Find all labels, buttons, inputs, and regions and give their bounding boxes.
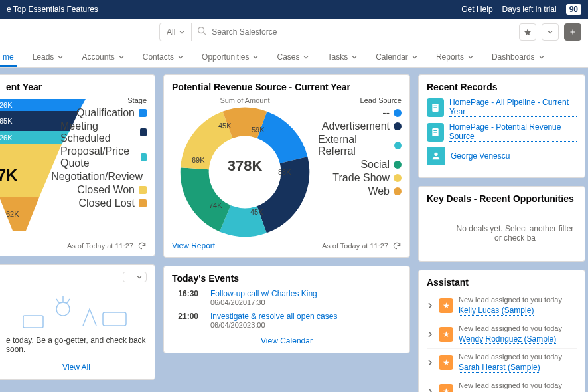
legend-item: Qualification xyxy=(60,107,147,119)
event-subject[interactable]: Investigate & resolve all open cases xyxy=(210,312,337,321)
chevron-down-icon xyxy=(412,54,417,60)
search-input[interactable] xyxy=(212,23,411,41)
assistant-item[interactable]: ★New lead assigned to you todaySarah Hea… xyxy=(427,348,577,377)
recent-records-card: Recent Records HomePage - All Pipeline -… xyxy=(418,74,585,178)
assistant-title: Assistant xyxy=(427,277,577,288)
svg-rect-15 xyxy=(433,105,437,106)
pipeline-title: ent Year xyxy=(6,82,147,92)
header-left-text: e Top Essentials Features xyxy=(7,5,98,14)
assistant-lead-link[interactable]: Wendy Rodriguez (Sample) xyxy=(459,334,556,344)
event-subject[interactable]: Follow-up call w/ Charles King xyxy=(210,289,317,298)
slice-label: 59K xyxy=(252,126,265,134)
slice-label: 45K xyxy=(250,208,263,216)
lead-icon: ★ xyxy=(439,384,453,392)
filter-menu[interactable] xyxy=(123,272,147,282)
lead-icon: ★ xyxy=(439,298,453,313)
pipeline-asof: As of Today at 11:27 xyxy=(67,242,133,250)
nav-tab-me[interactable]: me xyxy=(0,47,17,67)
todays-events-card: Today's Events 16:30Follow-up call w/ Ch… xyxy=(163,266,410,353)
recent-record-item[interactable]: HomePage - Potential Revenue Source xyxy=(427,122,577,142)
assistant-line: New lead assigned to you today xyxy=(459,324,562,332)
chevron-down-icon xyxy=(119,54,124,60)
refresh-icon[interactable] xyxy=(137,241,147,250)
slice-label: 88K xyxy=(278,168,291,176)
chevron-down-icon xyxy=(352,54,357,60)
recent-record-link[interactable]: HomePage - All Pipeline - Current Year xyxy=(449,98,577,117)
chevron-right-icon xyxy=(427,328,433,340)
assistant-lead-link[interactable]: Kelly Lucas (Sample) xyxy=(459,306,534,316)
favorite-button[interactable] xyxy=(519,23,536,41)
favorite-menu-button[interactable] xyxy=(542,23,559,41)
assistant-item[interactable]: ★New lead assigned to you todayJohn Dani… xyxy=(427,377,577,392)
assistant-item[interactable]: ★New lead assigned to you todayKelly Luc… xyxy=(427,292,577,320)
global-add-button[interactable] xyxy=(564,23,581,41)
utility-bar: All xyxy=(0,19,588,45)
assistant-line: New lead assigned to you today xyxy=(459,381,562,389)
chevron-down-icon xyxy=(468,54,473,60)
global-search[interactable]: All xyxy=(159,23,411,41)
revenue-chart-card: Potential Revenue Source - Current Year … xyxy=(163,74,410,258)
event-datetime: 06/04/202023:00 xyxy=(210,321,337,329)
nav-tab-cases[interactable]: Cases xyxy=(274,47,311,67)
legend-item: Closed Won xyxy=(60,184,147,196)
svg-line-1 xyxy=(204,32,206,35)
nav-tab-reports[interactable]: Reports xyxy=(433,47,476,67)
legend-item: External Referral xyxy=(318,134,402,157)
empty-state-card: e today. Be a go-getter, and check back … xyxy=(0,264,155,380)
nav-tab-accounts[interactable]: Accounts xyxy=(79,47,126,67)
assistant-lead-link[interactable]: Sarah Hearst (Sample) xyxy=(459,363,540,373)
donut-chart: Sum of Amount 378K 59K 88K xyxy=(172,96,318,236)
search-scope-picker[interactable]: All xyxy=(160,23,192,41)
report-icon xyxy=(427,123,444,142)
empty-msg: e today. Be a go-getter, and check back … xyxy=(6,336,147,354)
lead-icon: ★ xyxy=(439,327,453,342)
refresh-icon[interactable] xyxy=(392,241,402,250)
legend-item: Social xyxy=(318,159,402,171)
event-datetime: 06/04/202017:30 xyxy=(210,298,317,306)
slice-label: 45K xyxy=(218,122,232,130)
recent-record-link[interactable]: HomePage - Potential Revenue Source xyxy=(449,122,577,142)
view-calendar-link[interactable]: View Calendar xyxy=(261,336,313,345)
nav-tab-tasks[interactable]: Tasks xyxy=(325,47,360,67)
chevron-right-icon xyxy=(427,300,433,312)
object-nav: meLeadsAccountsContactsOpportunitiesCase… xyxy=(0,45,588,68)
legend-item: Web xyxy=(318,185,402,197)
svg-point-0 xyxy=(198,27,204,33)
legend-title: Lead Source xyxy=(318,96,402,104)
event-time: 16:30 xyxy=(172,289,198,306)
search-icon xyxy=(197,26,206,38)
pipeline-total: 177K xyxy=(0,166,17,185)
pipeline-chart-card: ent Year 26K 65K 26K 62K 177K Stage Qual… xyxy=(0,74,155,256)
svg-rect-2 xyxy=(23,316,43,328)
recent-record-link[interactable]: George Venescu xyxy=(451,151,510,161)
assistant-item[interactable]: ★New lead assigned to you todayWendy Rod… xyxy=(427,320,577,348)
recent-record-item[interactable]: George Venescu xyxy=(427,147,577,165)
svg-rect-19 xyxy=(433,132,437,132)
user-icon xyxy=(427,147,445,165)
chevron-down-icon xyxy=(179,29,184,35)
event-item[interactable]: 16:30Follow-up call w/ Charles King06/04… xyxy=(172,289,402,306)
nav-tab-calendar[interactable]: Calendar xyxy=(373,47,420,67)
nav-tab-opportunities[interactable]: Opportunities xyxy=(199,47,261,67)
svg-rect-7 xyxy=(103,312,126,326)
svg-point-3 xyxy=(56,302,70,316)
nav-tab-leads[interactable]: Leads xyxy=(30,47,66,67)
key-deals-card: Key Deals - Recent Opportunities No deal… xyxy=(418,186,585,262)
slice-label: 69K xyxy=(192,156,205,164)
chevron-right-icon xyxy=(427,385,433,392)
event-item[interactable]: 21:00Investigate & resolve all open case… xyxy=(172,312,402,329)
recent-record-item[interactable]: HomePage - All Pipeline - Current Year xyxy=(427,98,577,117)
legend-item: Advertisement xyxy=(318,120,402,132)
svg-rect-18 xyxy=(433,130,437,130)
view-report-link[interactable]: View Report xyxy=(172,241,215,250)
legend-item: Negotiation/Review xyxy=(60,171,147,183)
nav-tab-contacts[interactable]: Contacts xyxy=(140,47,186,67)
nav-tab-dashboards[interactable]: Dashboards xyxy=(489,47,547,67)
view-all-link[interactable]: View All xyxy=(62,363,90,372)
revenue-asof: As of Today at 11:27 xyxy=(322,242,388,250)
get-help-link[interactable]: Get Help xyxy=(461,5,492,14)
chevron-down-icon xyxy=(253,54,258,60)
empty-illustration xyxy=(6,282,147,329)
assistant-line: New lead assigned to you today xyxy=(459,296,562,304)
svg-line-6 xyxy=(66,299,70,304)
